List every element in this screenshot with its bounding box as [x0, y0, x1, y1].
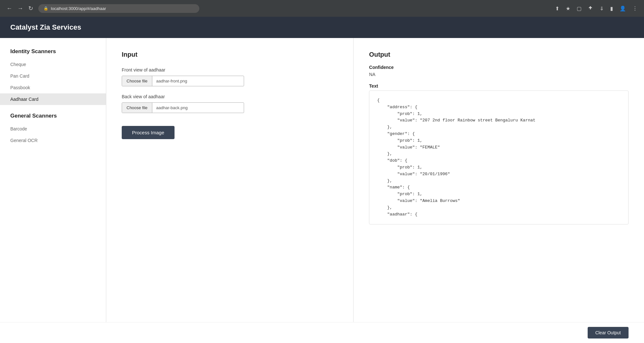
- app-title: Catalyst Zia Services: [10, 23, 81, 31]
- sidebar-item-general-ocr[interactable]: General OCR: [0, 135, 106, 146]
- sidebar-toggle-button[interactable]: ▮: [609, 4, 614, 13]
- bottom-bar: Clear Output: [0, 322, 644, 343]
- url-text: localhost:3000/app/#/aadhaar: [51, 6, 106, 11]
- sidebar-item-aadhaar-card[interactable]: Aadhaar Card: [0, 93, 106, 105]
- clear-output-button[interactable]: Clear Output: [588, 327, 629, 338]
- full-app: ← → ↻ 🔒 localhost:3000/app/#/aadhaar ⬆ ★…: [0, 0, 644, 343]
- general-scanners-group: General Scanners Barcode General OCR: [0, 113, 106, 146]
- input-panel: Input Front view of aadhaar Choose file …: [106, 38, 354, 322]
- front-view-label: Front view of aadhaar: [122, 67, 338, 72]
- text-label: Text: [369, 83, 629, 89]
- forward-button[interactable]: →: [16, 4, 24, 13]
- output-code-block: { "address": { "prob": 1, "value": "207 …: [369, 91, 629, 224]
- process-image-button[interactable]: Process Image: [122, 126, 175, 139]
- browser-chrome: ← → ↻ 🔒 localhost:3000/app/#/aadhaar ⬆ ★…: [0, 0, 644, 17]
- sidebar-item-pan-card[interactable]: Pan Card: [0, 70, 106, 82]
- front-file-input-row: Choose file aadhar-front.png: [122, 76, 244, 86]
- download-button[interactable]: ⇓: [598, 4, 605, 13]
- general-scanners-title: General Scanners: [0, 113, 106, 123]
- confidence-value: NA: [369, 72, 629, 77]
- menu-button[interactable]: ⋮: [631, 4, 639, 13]
- address-bar[interactable]: 🔒 localhost:3000/app/#/aadhaar: [38, 4, 199, 13]
- back-file-name: aadhar-back.png: [152, 103, 192, 113]
- output-panel: Output Confidence NA Text { "address": {…: [354, 38, 644, 322]
- identity-scanners-title: Identity Scanners: [0, 48, 106, 59]
- panels-container: Input Front view of aadhaar Choose file …: [106, 38, 644, 322]
- sidebar: Identity Scanners Cheque Pan Card Passbo…: [0, 38, 106, 322]
- extensions-button[interactable]: 🠝: [587, 4, 594, 13]
- main-content: Identity Scanners Cheque Pan Card Passbo…: [0, 38, 644, 322]
- front-view-group: Front view of aadhaar Choose file aadhar…: [122, 67, 338, 86]
- app-header: Catalyst Zia Services: [0, 17, 644, 38]
- back-file-input-row: Choose file aadhar-back.png: [122, 102, 244, 113]
- output-title: Output: [369, 51, 629, 58]
- back-view-label: Back view of aadhaar: [122, 94, 338, 99]
- browser-nav: ← → ↻: [5, 4, 34, 13]
- sidebar-item-barcode[interactable]: Barcode: [0, 123, 106, 135]
- back-view-group: Back view of aadhaar Choose file aadhar-…: [122, 94, 338, 113]
- confidence-label: Confidence: [369, 65, 629, 70]
- reload-button[interactable]: ↻: [27, 4, 34, 13]
- identity-scanners-group: Identity Scanners Cheque Pan Card Passbo…: [0, 48, 106, 105]
- bookmark-button[interactable]: ★: [564, 4, 572, 13]
- input-title: Input: [122, 51, 338, 58]
- sidebar-item-passbook[interactable]: Passbook: [0, 82, 106, 93]
- sidebar-item-cheque[interactable]: Cheque: [0, 59, 106, 70]
- front-file-name: aadhar-front.png: [152, 76, 191, 86]
- profile-button[interactable]: 👤: [618, 4, 627, 13]
- lock-icon: 🔒: [43, 6, 48, 11]
- back-choose-file-button[interactable]: Choose file: [122, 103, 152, 113]
- back-button[interactable]: ←: [5, 4, 14, 13]
- share-button[interactable]: ⬆: [554, 4, 561, 13]
- front-choose-file-button[interactable]: Choose file: [122, 76, 152, 86]
- browser-actions: ⬆ ★ ▢ 🠝 ⇓ ▮ 👤 ⋮: [554, 4, 639, 13]
- tab-button[interactable]: ▢: [575, 4, 583, 13]
